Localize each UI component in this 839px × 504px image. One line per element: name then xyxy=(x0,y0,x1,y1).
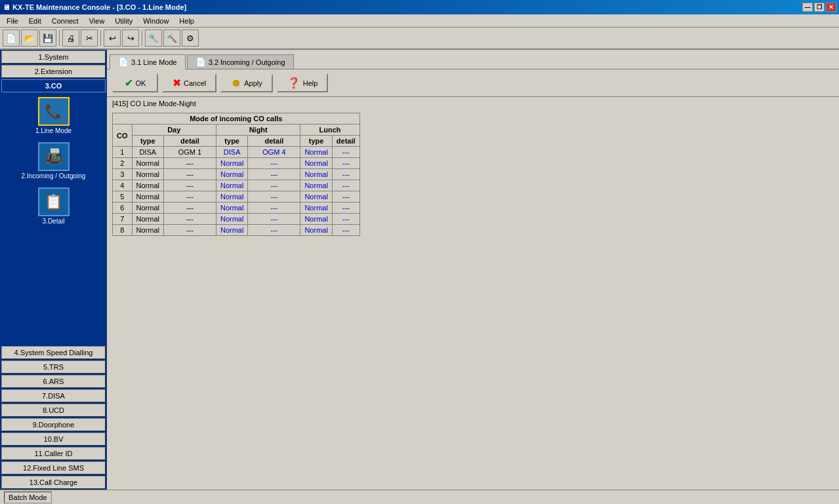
night-type-cell[interactable]: Normal xyxy=(216,203,247,214)
sidebar-item-disa[interactable]: 7.DISA xyxy=(1,389,106,402)
apply-button[interactable]: ⏺ Apply xyxy=(220,74,273,92)
day-type-cell[interactable]: Normal xyxy=(132,214,163,225)
sidebar-item-caller-id[interactable]: 11.Caller ID xyxy=(1,447,106,460)
day-detail-cell[interactable]: --- xyxy=(163,169,216,180)
sidebar-item-fixed-line-sms[interactable]: 12.Fixed Line SMS xyxy=(1,461,106,475)
toolbar-redo[interactable]: ↪ xyxy=(122,29,139,47)
lunch-detail-cell[interactable]: --- xyxy=(332,214,359,225)
day-type-cell[interactable]: Normal xyxy=(132,158,163,169)
close-button[interactable]: ✕ xyxy=(826,3,836,12)
night-type-cell[interactable]: Normal xyxy=(216,225,247,236)
night-detail-cell[interactable]: OGM 4 xyxy=(248,147,300,158)
menu-file[interactable]: File xyxy=(1,16,24,26)
sidebar-item-incoming-outgoing[interactable]: 📠 2.Incoming / Outgoing xyxy=(0,138,107,184)
table-row[interactable]: 3Normal---Normal---Normal--- xyxy=(113,169,360,180)
sidebar-item-bv[interactable]: 10.BV xyxy=(1,433,106,446)
sidebar-item-system[interactable]: 1.System xyxy=(1,50,106,64)
day-type-cell[interactable]: Normal xyxy=(132,191,163,203)
night-type-cell[interactable]: Normal xyxy=(216,169,247,180)
toolbar-undo[interactable]: ↩ xyxy=(104,29,121,47)
menu-window[interactable]: Window xyxy=(138,16,174,26)
night-type-cell[interactable]: Normal xyxy=(216,191,247,203)
night-detail-cell[interactable]: --- xyxy=(248,180,300,191)
menu-connect[interactable]: Connect xyxy=(47,16,84,26)
sidebar-item-co[interactable]: 3.CO xyxy=(1,79,106,92)
day-type-cell[interactable]: Normal xyxy=(132,180,163,191)
lunch-detail-cell[interactable]: --- xyxy=(332,191,359,203)
day-type-cell[interactable]: DISA xyxy=(132,147,163,158)
lunch-detail-cell[interactable]: --- xyxy=(332,158,359,169)
lunch-detail-cell[interactable]: --- xyxy=(332,147,359,158)
night-detail-cell[interactable]: --- xyxy=(248,203,300,214)
tab-incoming-outgoing[interactable]: 📄 3.2 Incoming / Outgoing xyxy=(187,54,294,69)
minimize-button[interactable]: — xyxy=(802,3,813,12)
night-detail-cell[interactable]: --- xyxy=(248,158,300,169)
night-detail-cell[interactable]: --- xyxy=(248,214,300,225)
menu-utility[interactable]: Utility xyxy=(110,16,138,26)
lunch-detail-cell[interactable]: --- xyxy=(332,169,359,180)
sidebar-item-ars[interactable]: 6.ARS xyxy=(1,375,106,388)
toolbar-save[interactable]: 💾 xyxy=(39,29,56,47)
day-type-cell[interactable]: Normal xyxy=(132,169,163,180)
day-detail-cell[interactable]: --- xyxy=(163,203,216,214)
sidebar-item-speed-dialling[interactable]: 4.System Speed Dialling xyxy=(1,346,106,359)
night-detail-cell[interactable]: --- xyxy=(248,225,300,236)
day-type-cell[interactable]: Normal xyxy=(132,225,163,236)
night-type-cell[interactable]: Normal xyxy=(216,180,247,191)
menu-edit[interactable]: Edit xyxy=(24,16,47,26)
night-type-cell[interactable]: Normal xyxy=(216,158,247,169)
lunch-type-cell[interactable]: Normal xyxy=(300,147,332,158)
lunch-detail-cell[interactable]: --- xyxy=(332,225,359,236)
ok-button[interactable]: ✔ OK xyxy=(112,73,158,92)
sidebar-item-extension[interactable]: 2.Extension xyxy=(1,65,106,78)
day-detail-cell[interactable]: --- xyxy=(163,225,216,236)
lunch-type-cell[interactable]: Normal xyxy=(300,169,332,180)
cancel-button[interactable]: ✖ Cancel xyxy=(162,73,216,92)
toolbar-cut[interactable]: ✂ xyxy=(81,29,98,47)
table-row[interactable]: 5Normal---Normal---Normal--- xyxy=(113,191,360,203)
help-button[interactable]: ❓ Help xyxy=(277,73,329,92)
action-bar: ✔ OK ✖ Cancel ⏺ Apply ❓ Help xyxy=(107,69,839,97)
sidebar-item-doorphone[interactable]: 9.Doorphone xyxy=(1,418,106,431)
table-row[interactable]: 7Normal---Normal---Normal--- xyxy=(113,214,360,225)
toolbar-print[interactable]: 🖨 xyxy=(62,29,79,47)
lunch-type-cell[interactable]: Normal xyxy=(300,180,332,191)
toolbar-open[interactable]: 📂 xyxy=(21,29,38,47)
table-row[interactable]: 8Normal---Normal---Normal--- xyxy=(113,225,360,236)
day-detail-cell[interactable]: --- xyxy=(163,214,216,225)
sidebar-item-trs[interactable]: 5.TRS xyxy=(1,360,106,374)
night-type-cell[interactable]: Normal xyxy=(216,214,247,225)
sidebar-item-detail[interactable]: 📋 3.Detail xyxy=(0,184,107,229)
col-header-lunch: Lunch xyxy=(300,125,359,136)
toolbar-tool2[interactable]: 🔨 xyxy=(163,29,180,47)
toolbar-tool3[interactable]: ⚙ xyxy=(182,29,199,47)
lunch-type-cell[interactable]: Normal xyxy=(300,203,332,214)
day-detail-cell[interactable]: --- xyxy=(163,191,216,203)
sidebar-item-line-mode[interactable]: 📞 1.Line Mode xyxy=(0,93,107,138)
restore-button[interactable]: ❐ xyxy=(814,3,825,12)
table-row[interactable]: 2Normal---Normal---Normal--- xyxy=(113,158,360,169)
sidebar-item-call-charge[interactable]: 13.Call Charge xyxy=(1,476,106,489)
night-detail-cell[interactable]: --- xyxy=(248,169,300,180)
toolbar-new[interactable]: 📄 xyxy=(3,29,20,47)
lunch-type-cell[interactable]: Normal xyxy=(300,158,332,169)
menu-help[interactable]: Help xyxy=(174,16,199,26)
table-row[interactable]: 4Normal---Normal---Normal--- xyxy=(113,180,360,191)
night-detail-cell[interactable]: --- xyxy=(248,191,300,203)
table-row[interactable]: 6Normal---Normal---Normal--- xyxy=(113,203,360,214)
day-detail-cell[interactable]: OGM 1 xyxy=(163,147,216,158)
table-row[interactable]: 1DISAOGM 1DISAOGM 4Normal--- xyxy=(113,147,360,158)
menu-view[interactable]: View xyxy=(84,16,110,26)
night-type-cell[interactable]: DISA xyxy=(216,147,247,158)
sidebar-item-ucd[interactable]: 8.UCD xyxy=(1,404,106,417)
day-type-cell[interactable]: Normal xyxy=(132,203,163,214)
tab-line-mode[interactable]: 📄 3.1 Line Mode xyxy=(110,54,186,69)
day-detail-cell[interactable]: --- xyxy=(163,158,216,169)
lunch-detail-cell[interactable]: --- xyxy=(332,203,359,214)
lunch-type-cell[interactable]: Normal xyxy=(300,191,332,203)
lunch-detail-cell[interactable]: --- xyxy=(332,180,359,191)
day-detail-cell[interactable]: --- xyxy=(163,180,216,191)
toolbar-tool1[interactable]: 🔧 xyxy=(145,29,162,47)
lunch-type-cell[interactable]: Normal xyxy=(300,225,332,236)
lunch-type-cell[interactable]: Normal xyxy=(300,214,332,225)
